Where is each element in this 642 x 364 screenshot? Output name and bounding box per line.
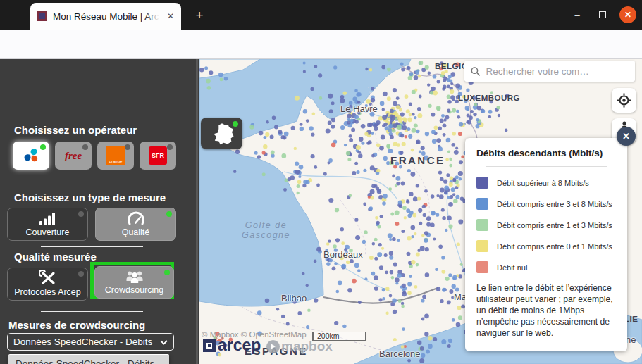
orange-logo: orange bbox=[106, 146, 125, 165]
divider bbox=[486, 166, 607, 167]
mapbox-logo[interactable]: mapbox bbox=[266, 339, 333, 354]
sidebar: Choisissez un opérateur free orange SFR bbox=[0, 59, 199, 364]
sfr-logo: SFR bbox=[149, 146, 167, 165]
operator-button-bouygues[interactable] bbox=[13, 142, 49, 170]
operator-button-sfr[interactable]: SFR bbox=[140, 142, 176, 170]
status-dot bbox=[40, 144, 46, 150]
legend-panel: Débits descendants (Mbit/s) Débit supéri… bbox=[465, 138, 627, 351]
operator-button-free[interactable]: free bbox=[55, 142, 92, 170]
bouygues-logo-icon bbox=[20, 147, 42, 164]
map-label-france: FRANCE bbox=[390, 154, 445, 166]
chevron-down-icon bbox=[160, 337, 168, 347]
legend-swatch bbox=[476, 177, 488, 189]
browser-toolbar: ← → https://monreseaumobile.arcep.fr ☆ bbox=[0, 30, 642, 59]
search-icon bbox=[471, 66, 481, 77]
dropdown-option-speedchecker-debits[interactable]: Données SpeedChecker - Débits bbox=[8, 355, 169, 364]
tab-favicon-icon bbox=[37, 11, 47, 21]
quality-button[interactable]: Qualité bbox=[95, 208, 176, 241]
quality-measured-heading: Qualité mesurée bbox=[14, 251, 97, 263]
geolocate-button[interactable] bbox=[612, 88, 636, 113]
crowdsourcing-measures-heading: Mesures de crowdsourcing bbox=[8, 319, 145, 331]
sidebar-scrollbar[interactable] bbox=[196, 59, 198, 364]
crowdsourcing-select[interactable]: Données SpeedChecker - Débits bbox=[7, 333, 174, 351]
titlebar: Mon Réseau Mobile | Arce ✕ + – ✕ bbox=[0, 0, 642, 30]
map-label-barcelone: Barcelone bbox=[379, 349, 421, 359]
map-label-bordeaux: Bordeaux bbox=[323, 249, 363, 260]
legend-item: Débit compris entre 3 et 8 Mbits/s bbox=[476, 198, 617, 210]
status-dot bbox=[82, 144, 88, 150]
gauge-icon bbox=[126, 211, 146, 226]
legend-swatch bbox=[476, 240, 488, 252]
map-label-ne-fragment: ne bbox=[626, 334, 636, 345]
divider bbox=[41, 246, 143, 247]
legend-item: Débit compris entre 1 et 3 Mbits/s bbox=[476, 219, 617, 231]
status-dot bbox=[166, 211, 172, 217]
status-dot bbox=[167, 144, 173, 150]
arcep-logo-icon bbox=[203, 339, 216, 352]
divider bbox=[7, 180, 192, 180]
search-input[interactable] bbox=[486, 66, 629, 77]
legend-item: Débit compris entre 0 et 1 Mbits/s bbox=[476, 240, 617, 252]
people-group-icon bbox=[124, 268, 145, 284]
tab-title-fade bbox=[144, 6, 163, 27]
measure-type-heading: Choisissez un type de mesure bbox=[14, 192, 166, 203]
legend-title: Débits descendants (Mbit/s) bbox=[476, 148, 617, 158]
map-label-golfe-de-gascogne: Golfe de Gascogne bbox=[242, 220, 290, 240]
arcep-protocols-button[interactable]: Protocoles Arcep bbox=[7, 268, 88, 301]
free-logo: free bbox=[65, 150, 82, 162]
status-dot bbox=[125, 144, 130, 150]
signal-bars-icon bbox=[39, 211, 57, 226]
map-label-le-havre: Le Havre bbox=[340, 103, 378, 114]
select-value: Données SpeedChecker - Débits bbox=[13, 337, 152, 347]
window-maximize-button[interactable] bbox=[594, 6, 611, 23]
tools-icon bbox=[39, 270, 57, 286]
crowdsourcing-dropdown-list: Données SpeedChecker - Débits Données Mo… bbox=[8, 354, 169, 364]
legend-swatch bbox=[476, 261, 488, 273]
commune-search[interactable] bbox=[464, 61, 635, 82]
map-label-bilbao: Bilbao bbox=[281, 293, 307, 303]
mapbox-logo-icon bbox=[266, 340, 280, 353]
divider bbox=[41, 311, 143, 312]
crowdsourcing-button[interactable]: Crowdsourcing bbox=[94, 266, 174, 299]
legend-close-button[interactable]: ✕ bbox=[617, 127, 636, 146]
arcep-logo[interactable]: arcep bbox=[203, 336, 261, 355]
coverage-button[interactable]: Couverture bbox=[7, 208, 88, 241]
status-dot bbox=[78, 211, 84, 217]
status-dot bbox=[164, 270, 170, 275]
new-tab-button[interactable]: + bbox=[190, 6, 209, 25]
window-minimize-button[interactable]: – bbox=[569, 6, 586, 23]
status-dot bbox=[78, 271, 84, 277]
browser-window: Mon Réseau Mobile | Arce ✕ + – ✕ ← → htt… bbox=[0, 0, 642, 364]
browser-tab[interactable]: Mon Réseau Mobile | Arce ✕ bbox=[30, 3, 181, 30]
france-silhouette-icon bbox=[209, 122, 235, 145]
legend-item: Débit nul bbox=[476, 261, 617, 273]
tab-close-icon[interactable]: ✕ bbox=[164, 10, 177, 23]
map-canvas[interactable]: BELGIQUE LUXEMBOURG Le Havre FRANCE Golf… bbox=[199, 59, 642, 364]
legend-note: Le lien entre le débit et l’expérience u… bbox=[476, 282, 617, 339]
legend-swatch bbox=[476, 198, 488, 210]
map-label-luxembourg: LUXEMBOURG bbox=[458, 94, 520, 102]
operator-heading: Choisissez un opérateur bbox=[14, 124, 137, 136]
window-close-button[interactable]: ✕ bbox=[619, 6, 636, 23]
france-region-button[interactable] bbox=[201, 118, 242, 149]
operator-button-orange[interactable]: orange bbox=[97, 142, 134, 170]
status-dot bbox=[233, 121, 238, 127]
geolocate-icon bbox=[617, 93, 631, 108]
crowdsourcing-highlight-box: Crowdsourcing bbox=[90, 262, 174, 299]
close-icon: ✕ bbox=[622, 131, 630, 142]
legend-swatch bbox=[476, 219, 488, 231]
legend-item: Débit supérieur à 8 Mbits/s bbox=[476, 177, 617, 189]
